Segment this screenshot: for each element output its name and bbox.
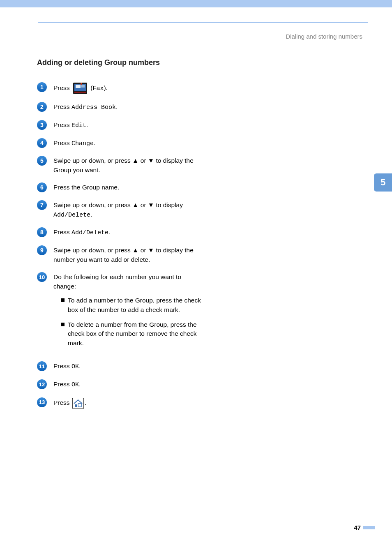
header-breadcrumb: Dialing and storing numbers — [286, 33, 362, 40]
header-rule — [38, 22, 368, 23]
step-text-suffix: ). — [104, 84, 107, 91]
step-item: 9Swipe up or down, or press ▲ or ▼ to di… — [37, 245, 201, 264]
step-number-badge: 6 — [37, 182, 47, 192]
step-body: Swipe up or down, or press ▲ or ▼ to dis… — [53, 200, 201, 219]
svg-rect-6 — [81, 83, 82, 85]
step-text-suffix: . — [86, 121, 88, 128]
home-icon — [72, 398, 84, 409]
step-text-prefix: Press — [53, 84, 71, 91]
step-text-suffix: . — [94, 139, 95, 146]
step-item: 3Press Edit. — [37, 120, 201, 130]
step-code: Fax — [92, 85, 104, 92]
step-item: 13Press . — [37, 397, 201, 409]
step-number-badge: 3 — [37, 120, 47, 130]
step-item: 12Press OK. — [37, 379, 201, 390]
step-number-badge: 4 — [37, 138, 47, 148]
step-item: 4Press Change. — [37, 138, 201, 148]
step-code: Add/Delete — [53, 212, 90, 219]
step-body: Press . — [53, 397, 86, 409]
step-number-badge: 9 — [37, 245, 47, 255]
step-body: Swipe up or down, or press ▲ or ▼ to dis… — [53, 155, 201, 175]
step-code: Add/Delete — [71, 229, 108, 236]
step-text-suffix: . — [79, 381, 81, 388]
step-number-badge: 12 — [37, 379, 47, 389]
step-item: 11Press OK. — [37, 361, 201, 372]
step-code: Address Book — [71, 104, 116, 111]
top-accent-bar — [0, 0, 392, 7]
sublist-text: To delete a number from the Group, press… — [68, 320, 201, 348]
step-body: Press the Group name. — [53, 182, 119, 192]
step-body: Press Add/Delete. — [53, 227, 110, 238]
step-body: Press OK. — [53, 379, 81, 390]
sublist-item: To add a number to the Group, press the … — [61, 296, 201, 314]
section-title: Adding or deleting Group numbers — [37, 58, 201, 67]
step-body: Press (Fax). — [53, 82, 108, 94]
svg-rect-5 — [74, 92, 86, 93]
step-text: Do the following for each number you wan… — [53, 273, 181, 289]
step-code: Edit — [71, 122, 86, 129]
step-text-prefix: Press — [53, 381, 71, 388]
main-content: Adding or deleting Group numbers 1Press … — [37, 58, 201, 416]
step-text-suffix: . — [79, 362, 81, 369]
fax-icon — [73, 83, 87, 94]
svg-rect-2 — [76, 85, 81, 88]
step-code: OK — [71, 363, 79, 370]
sublist-text: To add a number to the Group, press the … — [68, 296, 201, 314]
step-text: Press the Group name. — [53, 184, 119, 191]
bullet-square-icon — [61, 298, 65, 302]
step-number-badge: 1 — [37, 82, 47, 92]
step-number-badge: 13 — [37, 397, 47, 407]
step-body: Press Edit. — [53, 120, 88, 130]
steps-list: 1Press (Fax).2Press Address Book.3Press … — [37, 82, 201, 409]
step-text-prefix: Press — [53, 362, 71, 369]
step-item: 5Swipe up or down, or press ▲ or ▼ to di… — [37, 155, 201, 175]
step-number-badge: 2 — [37, 102, 47, 112]
step-text-suffix: . — [90, 211, 92, 218]
step-text-prefix: Press — [53, 229, 71, 235]
svg-rect-4 — [81, 86, 85, 88]
bullet-square-icon — [61, 323, 65, 326]
svg-rect-3 — [81, 85, 85, 86]
step-text-middle: ( — [89, 84, 92, 91]
step-sublist: To add a number to the Group, press the … — [53, 291, 201, 348]
step-text-suffix: . — [85, 399, 86, 406]
chapter-side-tab: 5 — [374, 173, 392, 192]
step-body: Press Address Book. — [53, 102, 118, 112]
step-item: 6Press the Group name. — [37, 182, 201, 192]
step-number-badge: 11 — [37, 361, 47, 371]
step-text-prefix: Press — [53, 399, 71, 406]
step-body: Press OK. — [53, 361, 81, 372]
step-text: Swipe up or down, or press ▲ or ▼ to dis… — [53, 157, 194, 173]
step-text-prefix: Press — [53, 121, 71, 128]
step-text-prefix: Swipe up or down, or press ▲ or ▼ to dis… — [53, 201, 183, 208]
step-text-prefix: Press — [53, 103, 71, 110]
step-body: Do the following for each number you wan… — [53, 272, 201, 353]
step-text-suffix: . — [108, 229, 110, 235]
step-item: 10Do the following for each number you w… — [37, 272, 201, 353]
step-item: 8Press Add/Delete. — [37, 227, 201, 238]
step-item: 7Swipe up or down, or press ▲ or ▼ to di… — [37, 200, 201, 219]
sublist-item: To delete a number from the Group, press… — [61, 320, 201, 348]
step-text-prefix: Press — [53, 139, 71, 146]
step-text-suffix: . — [116, 103, 118, 110]
step-number-badge: 5 — [37, 156, 47, 166]
page-number-decoration — [363, 526, 375, 529]
step-number-badge: 7 — [37, 200, 47, 210]
step-item: 1Press (Fax). — [37, 82, 201, 94]
step-item: 2Press Address Book. — [37, 102, 201, 112]
step-text: Swipe up or down, or press ▲ or ▼ to dis… — [53, 247, 194, 263]
step-number-badge: 8 — [37, 227, 47, 237]
step-body: Press Change. — [53, 138, 95, 148]
step-body: Swipe up or down, or press ▲ or ▼ to dis… — [53, 245, 201, 264]
step-number-badge: 10 — [37, 272, 47, 282]
step-code: OK — [71, 381, 79, 388]
page-number: 47 — [354, 524, 361, 531]
step-code: Change — [71, 140, 94, 147]
